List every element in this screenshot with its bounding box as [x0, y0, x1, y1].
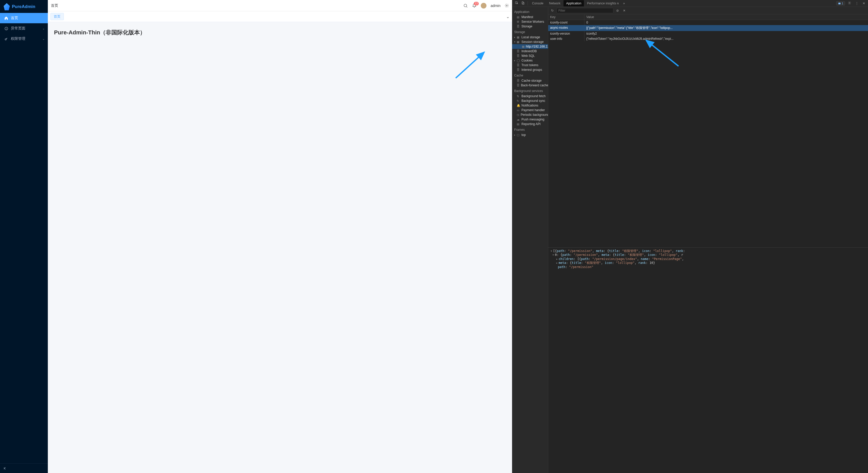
brand-text: PureAdmin [12, 4, 35, 9]
tree-item-top-frame[interactable]: ▸▢top [512, 133, 548, 137]
tree-item-service-workers[interactable]: ⚙Service Workers [512, 20, 548, 24]
tree-item-push-messaging[interactable]: ☁Push messaging [512, 117, 548, 122]
clear-icon[interactable]: ⊘ [615, 8, 620, 13]
main-area: 首页 13 admin 首页 ⌄ Pure-Admin-Thin [48, 0, 512, 473]
refresh-icon[interactable]: ↻ [550, 8, 555, 13]
brand-logo: PureAdmin [0, 0, 48, 13]
table-row[interactable]: iconify-count0 [548, 20, 868, 25]
tree-item-storage[interactable]: 🗄Storage [512, 24, 548, 29]
sidebar-item-error-pages[interactable]: 异常页面 ⌄ [0, 23, 48, 34]
grid-icon: ▦ [517, 40, 520, 44]
tree-item-bg-sync[interactable]: ↻Background sync [512, 98, 548, 103]
cell-key: iconify-count [548, 20, 584, 25]
close-icon[interactable]: ✕ [622, 8, 627, 13]
col-header-value[interactable]: Value [584, 14, 868, 20]
tree-item-session-storage[interactable]: ▾▦Session storage [512, 39, 548, 44]
caret-right-icon: ▸ [514, 134, 516, 136]
cloud-icon: ☁ [517, 118, 520, 121]
grid-icon: ▦ [517, 36, 520, 39]
svg-point-4 [464, 4, 467, 7]
tree-section-frames: Frames [512, 126, 548, 133]
device-toggle-icon[interactable] [520, 1, 526, 6]
tab-menu-icon[interactable]: ⌄ [506, 14, 509, 19]
table-row[interactable]: async-routes[{"path":"/permission","meta… [548, 25, 868, 31]
svg-point-5 [506, 5, 507, 6]
settings-gear-icon[interactable] [846, 1, 852, 6]
tab-performance-insights[interactable]: Performance insights⚗ [584, 0, 621, 6]
svg-point-3 [5, 38, 6, 40]
tree-item-websql[interactable]: 🗄Web SQL [512, 54, 548, 58]
tab-console[interactable]: Console [529, 0, 546, 6]
kebab-icon[interactable]: ⋮ [854, 1, 860, 6]
tree-item-notifications[interactable]: 🔔Notifications [512, 103, 548, 108]
close-icon[interactable]: ✕ [861, 1, 866, 6]
topbar: 首页 13 admin [48, 0, 512, 11]
inspect-icon[interactable] [514, 1, 520, 6]
gear-icon: ⚙ [517, 20, 520, 24]
sync-icon: ↻ [517, 99, 520, 103]
key-icon [4, 37, 8, 41]
database-icon: 🗄 [517, 25, 520, 28]
grid-icon: ▦ [522, 45, 524, 48]
bell-icon[interactable]: 13 [472, 3, 477, 8]
username[interactable]: admin [491, 4, 500, 8]
database-icon: 🗄 [517, 79, 520, 83]
page-title: Pure-Admin-Thin（非国际化版本） [54, 29, 506, 36]
tree-item-local-storage[interactable]: ▸▦Local storage [512, 35, 548, 39]
database-icon: 🗄 [517, 68, 520, 72]
tree-item-manifest[interactable]: ▤Manifest [512, 15, 548, 20]
tree-item-cookies[interactable]: ▸◯Cookies [512, 58, 548, 63]
issues-badge[interactable]: 1 [836, 1, 845, 5]
tree-item-cache-storage[interactable]: 🗄Cache storage [512, 78, 548, 83]
cell-value: iconify2 [584, 31, 868, 36]
filter-input[interactable] [557, 8, 613, 13]
tree-item-trust-tokens[interactable]: 🗄Trust tokens [512, 63, 548, 67]
svg-point-2 [6, 29, 6, 29]
caret-right-icon: ▸ [514, 59, 516, 62]
tab-application[interactable]: Application [563, 0, 584, 6]
cell-value: [{"path":"/permission","meta":{"title":"… [584, 25, 868, 31]
info-icon [4, 26, 8, 31]
clock-icon: ◷ [517, 113, 519, 117]
window-icon: ▢ [517, 133, 520, 137]
sidebar-collapse[interactable] [0, 464, 48, 473]
cell-value: {"refreshToken":"eyJhbGciOiJIUzUxMiJ9.ad… [584, 36, 868, 41]
tree-section-application: Application [512, 8, 548, 15]
tab-bar: 首页 ⌄ [48, 11, 512, 22]
caret-right-icon: ▸ [514, 36, 516, 38]
tree-section-bg-services: Background services [512, 88, 548, 94]
gear-icon[interactable] [504, 3, 509, 8]
cookie-icon: ◯ [517, 59, 520, 62]
tab-network[interactable]: Network [547, 0, 563, 6]
search-icon[interactable] [463, 3, 468, 8]
database-icon: 🗄 [517, 54, 520, 58]
sidebar-item-permissions[interactable]: 权限管理 ⌄ [0, 34, 48, 44]
home-icon [4, 16, 8, 20]
tab-home[interactable]: 首页 [51, 13, 64, 20]
sidebar-item-label: 首页 [11, 16, 18, 21]
tree-section-storage: Storage [512, 29, 548, 35]
sidebar: PureAdmin 首页 异常页面 ⌄ 权限管理 ⌄ [0, 0, 48, 473]
col-header-key[interactable]: Key [548, 14, 584, 20]
sidebar-item-home[interactable]: 首页 [0, 13, 48, 23]
chevron-down-icon: ⌄ [42, 37, 45, 40]
tree-item-periodic-bg[interactable]: ◷Periodic background [512, 113, 548, 117]
avatar[interactable] [481, 3, 487, 8]
issues-count: 1 [842, 2, 843, 5]
caret-down-icon: ▾ [514, 40, 516, 43]
storage-table: Key Value iconify-count0async-routes[{"p… [548, 14, 868, 248]
tree-item-payment-handler[interactable]: ▭Payment handler [512, 108, 548, 113]
sidebar-item-label: 异常页面 [11, 26, 25, 31]
table-row[interactable]: user-info{"refreshToken":"eyJhbGciOiJIUz… [548, 36, 868, 41]
flask-icon: ⚗ [617, 2, 619, 5]
tree-item-bg-fetch[interactable]: ⇅Background fetch [512, 94, 548, 98]
cell-value: 0 [584, 20, 868, 25]
tree-item-interest-groups[interactable]: 🗄Interest groups [512, 67, 548, 72]
tree-item-bfcache[interactable]: 🗄Back-forward cache [512, 83, 548, 88]
tree-item-indexeddb[interactable]: 🗄IndexedDB [512, 49, 548, 54]
table-row[interactable]: iconify-versioniconify2 [548, 31, 868, 36]
bell-icon: 🔔 [517, 104, 520, 107]
tree-item-origin[interactable]: ▦http://192.168.2.12 [512, 44, 548, 49]
more-tabs-icon[interactable]: » [622, 1, 626, 6]
tree-item-reporting-api[interactable]: ▤Reporting API [512, 122, 548, 126]
